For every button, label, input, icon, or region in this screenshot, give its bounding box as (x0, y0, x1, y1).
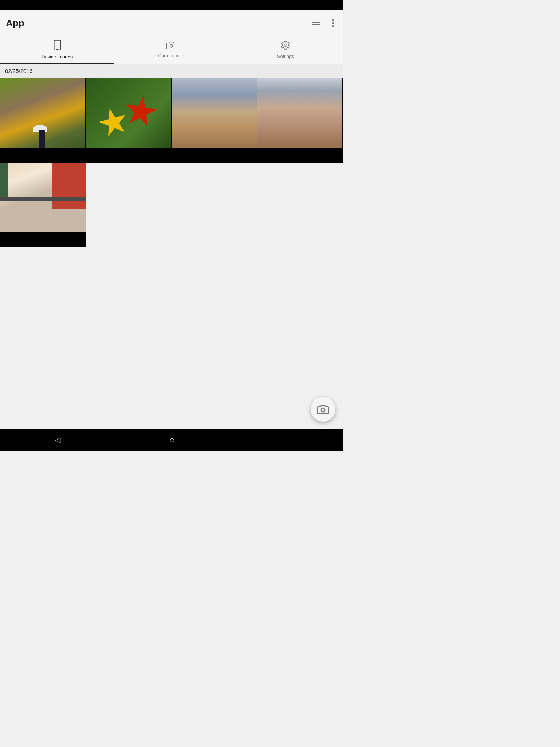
overflow-menu-button[interactable] (329, 16, 337, 30)
tab-cam-images[interactable]: Cam images (114, 36, 228, 64)
tab-settings[interactable]: Settings (229, 36, 343, 64)
fab-camera-icon (317, 404, 329, 414)
tab-device-images[interactable]: Device images (0, 36, 114, 64)
app-bar-icons (309, 16, 337, 30)
image-row-2 (0, 163, 343, 247)
image-city (172, 78, 257, 162)
image-row-1 (0, 78, 343, 163)
app-bar: App (0, 10, 343, 36)
tab-cam-images-label: Cam images (158, 53, 185, 58)
gear-tab-icon (281, 40, 290, 52)
date-text: 02/25/2016 (5, 68, 32, 74)
image-cell-empty-3 (257, 163, 343, 247)
image-city2 (257, 78, 342, 162)
hamburger-icon (312, 22, 320, 25)
image-cell-5[interactable] (0, 163, 86, 247)
image-building (0, 163, 86, 247)
camera-tab-icon (166, 41, 176, 51)
back-button[interactable]: ◁ (44, 432, 71, 448)
fab-camera-button[interactable] (311, 397, 335, 422)
image-cell-4[interactable] (257, 78, 343, 163)
hamburger-menu-button[interactable] (309, 19, 323, 28)
app-title: App (6, 18, 309, 29)
phone-icon (53, 40, 61, 53)
svg-rect-1 (56, 49, 58, 50)
back-icon: ◁ (55, 436, 60, 444)
image-grid (0, 78, 343, 247)
bottom-nav-bar: ◁ ○ □ (0, 429, 343, 451)
image-cell-empty-1 (86, 163, 172, 247)
image-leaves (86, 78, 171, 162)
svg-point-4 (321, 408, 325, 412)
date-header: 02/25/2016 (0, 64, 343, 78)
image-autumn (0, 78, 85, 162)
overflow-icon (332, 19, 334, 27)
svg-rect-0 (54, 40, 60, 50)
svg-point-3 (284, 44, 287, 46)
tab-bar: Device images Cam images Settings (0, 36, 343, 64)
image-cell-2[interactable] (86, 78, 171, 163)
image-cell-3[interactable] (171, 78, 257, 163)
recent-apps-button[interactable]: □ (273, 432, 299, 448)
status-bar-top (0, 0, 343, 10)
svg-point-2 (170, 44, 173, 47)
home-button[interactable]: ○ (158, 431, 186, 449)
home-icon: ○ (169, 435, 175, 445)
tab-device-images-label: Device images (42, 54, 73, 59)
image-cell-1[interactable] (0, 78, 86, 163)
image-cell-empty-2 (172, 163, 257, 247)
tab-settings-label: Settings (277, 54, 294, 59)
recent-icon: □ (284, 436, 288, 444)
